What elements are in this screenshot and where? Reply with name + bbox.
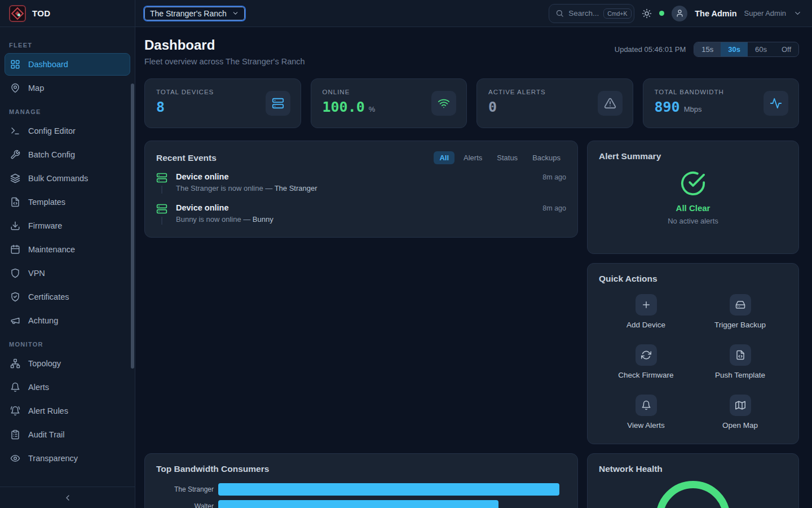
- event-timeline-line: [161, 186, 162, 194]
- sidebar-item-topology[interactable]: Topology: [5, 352, 130, 375]
- sidebar-collapse-button[interactable]: [0, 487, 135, 508]
- bandwidth-panel: Top Bandwidth Consumers The StrangerWalt…: [144, 453, 578, 508]
- event-title: Device online: [176, 172, 228, 181]
- stat-card-online: ONLINE100.0%: [311, 78, 467, 128]
- connection-status-dot: [659, 11, 664, 16]
- event-device-name: The Stranger: [275, 184, 317, 192]
- stat-suffix: %: [369, 105, 376, 113]
- quick-action-add-device[interactable]: Add Device: [599, 294, 693, 329]
- sidebar-item-bulk-commands[interactable]: Bulk Commands: [5, 167, 130, 190]
- user-menu-chevron-icon[interactable]: [793, 9, 802, 17]
- page-subtitle: Fleet overview across The Stranger's Ran…: [144, 57, 305, 66]
- quick-action-check-firmware[interactable]: Check Firmware: [599, 344, 693, 379]
- refresh-icon: [636, 344, 657, 366]
- sidebar-item-vpn[interactable]: VPN: [5, 262, 130, 284]
- plus-icon: [636, 294, 657, 316]
- server-icon: [266, 91, 290, 116]
- event-title: Device online: [176, 203, 228, 212]
- sidebar-item-label: Topology: [28, 359, 61, 368]
- sidebar-item-label: Config Editor: [28, 126, 76, 135]
- calendar-icon: [10, 244, 20, 255]
- quick-action-trigger-backup[interactable]: Trigger Backup: [693, 294, 787, 329]
- quick-action-open-map[interactable]: Open Map: [693, 395, 787, 430]
- sidebar-item-map[interactable]: Map: [5, 77, 130, 99]
- event-filter-all[interactable]: All: [434, 151, 454, 164]
- user-role: Super Admin: [744, 9, 786, 17]
- clipboard-list-icon: [10, 430, 20, 440]
- event-description: Bunny is now online — Bunny: [176, 215, 566, 224]
- sidebar-item-templates[interactable]: Templates: [5, 191, 130, 213]
- quick-action-label: Open Map: [722, 421, 758, 430]
- bell-ring-icon: [10, 406, 20, 416]
- updated-timestamp: Updated 05:46:01 PM: [615, 45, 686, 54]
- app-title: TOD: [32, 8, 51, 18]
- event-row: Device online8m agoBunny is now online —…: [156, 203, 566, 227]
- recent-events-title: Recent Events: [156, 153, 217, 163]
- sidebar-item-alerts[interactable]: Alerts: [5, 376, 130, 398]
- topbar-right: Search... Cmd+K The Admin Super Admin: [549, 4, 812, 23]
- alert-summary-status: All Clear: [676, 203, 710, 213]
- network-health-title: Network Health: [599, 464, 787, 474]
- stats-row: TOTAL DEVICES8ONLINE100.0%ACTIVE ALERTS0…: [144, 78, 799, 128]
- quick-action-view-alerts[interactable]: View Alerts: [599, 395, 693, 430]
- avatar[interactable]: [672, 6, 687, 21]
- event-filter-status[interactable]: Status: [491, 151, 523, 164]
- stat-card-total-bandwidth: TOTAL BANDWIDTH890Mbps: [643, 78, 800, 128]
- check-circle-icon: [680, 170, 706, 196]
- event-top: Device online8m ago: [176, 203, 566, 212]
- quick-action-push-template[interactable]: Push Template: [693, 344, 787, 379]
- sidebar-item-certificates[interactable]: Certificates: [5, 286, 130, 308]
- sidebar-item-dashboard[interactable]: Dashboard: [5, 53, 130, 76]
- refresh-option-60s[interactable]: 60s: [748, 42, 774, 56]
- refresh-option-15s[interactable]: 15s: [694, 42, 721, 56]
- sidebar-item-label: Batch Config: [28, 150, 75, 159]
- refresh-interval-control: 15s30s60sOff: [694, 42, 799, 57]
- refresh-option-off[interactable]: Off: [774, 42, 798, 56]
- hard-drive-icon: [730, 294, 751, 316]
- layers-icon: [10, 173, 20, 183]
- sidebar-item-firmware[interactable]: Firmware: [5, 214, 130, 237]
- sidebar-item-label: Audit Trail: [28, 430, 64, 439]
- event-filter-alerts[interactable]: Alerts: [458, 151, 488, 164]
- event-filter-backups[interactable]: Backups: [527, 151, 566, 164]
- stat-card-total-devices: TOTAL DEVICES8: [144, 78, 301, 128]
- stat-value: 8: [156, 99, 165, 115]
- tod-logo-icon: [9, 5, 26, 22]
- event-timeline-line: [161, 217, 162, 225]
- alert-triangle-icon: [598, 91, 623, 116]
- event-time: 8m ago: [542, 204, 566, 212]
- theme-toggle-button[interactable]: [642, 8, 652, 19]
- shield-icon: [10, 268, 20, 278]
- sidebar-scrollbar[interactable]: [131, 84, 134, 369]
- sidebar-item-label: Bulk Commands: [28, 174, 88, 183]
- refresh-option-30s[interactable]: 30s: [721, 42, 748, 56]
- terminal-icon: [10, 126, 20, 136]
- site-selector[interactable]: The Stranger's Ranch: [144, 7, 245, 20]
- sidebar-item-config-editor[interactable]: Config Editor: [5, 120, 130, 142]
- event-row: Device online8m agoThe Stranger is now o…: [156, 172, 566, 203]
- sidebar-item-alert-rules[interactable]: Alert Rules: [5, 400, 130, 422]
- file-code-icon: [730, 344, 751, 366]
- activity-icon: [764, 91, 788, 116]
- sidebar-item-transparency[interactable]: Transparency: [5, 447, 130, 470]
- event-top: Device online8m ago: [176, 172, 566, 181]
- bandwidth-bar-track: [218, 483, 566, 496]
- sidebar-item-maintenance[interactable]: Maintenance: [5, 238, 130, 261]
- search-input[interactable]: Search... Cmd+K: [549, 4, 634, 23]
- wrench-icon: [10, 150, 20, 160]
- event-body: Device online8m agoBunny is now online —…: [176, 203, 566, 224]
- stat-card-active-alerts: ACTIVE ALERTS0: [476, 78, 633, 128]
- event-rail: [156, 203, 167, 224]
- megaphone-icon: [10, 316, 20, 326]
- search-placeholder: Search...: [568, 9, 599, 17]
- quick-action-label: Check Firmware: [618, 371, 673, 379]
- wifi-icon: [431, 91, 456, 116]
- sidebar-item-audit-trail[interactable]: Audit Trail: [5, 423, 130, 446]
- event-description: The Stranger is now online — The Strange…: [176, 184, 566, 192]
- sidebar-item-batch-config[interactable]: Batch Config: [5, 143, 130, 166]
- sidebar-section-label: MANAGE: [0, 108, 135, 115]
- bandwidth-bar: [218, 483, 559, 496]
- sidebar-item-achtung[interactable]: Achtung: [5, 309, 130, 332]
- sidebar-section-label: MONITOR: [0, 341, 135, 348]
- map-icon: [730, 395, 751, 416]
